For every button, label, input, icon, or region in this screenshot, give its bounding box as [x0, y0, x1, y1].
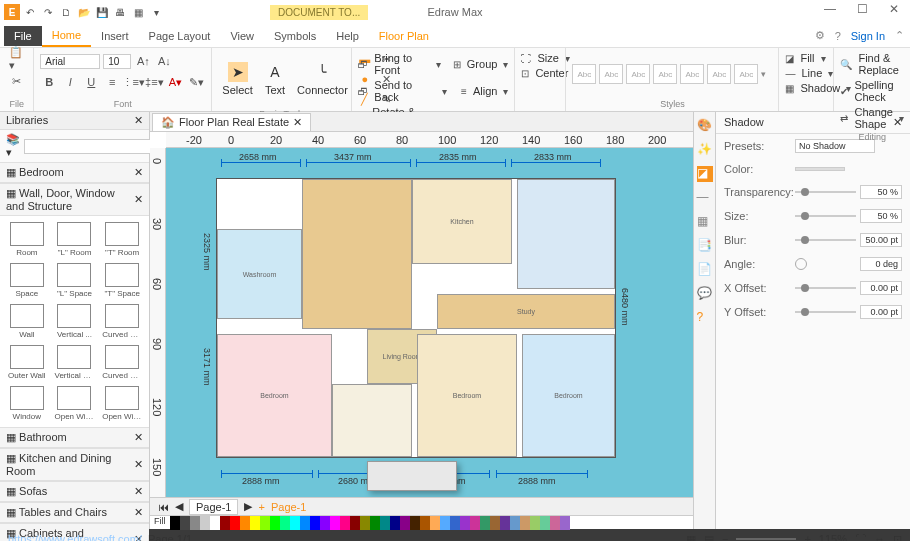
status-url[interactable]: https://www.edrawsoft.com/	[8, 533, 142, 541]
page-nav-first-icon[interactable]: ⏮	[158, 501, 169, 513]
canvas[interactable]: 2658 mm 3437 mm 2835 mm 2833 mm 2888 mm …	[166, 148, 693, 497]
blur-value[interactable]: 50.00 pt	[860, 233, 902, 247]
open-icon[interactable]: 📂	[76, 4, 92, 20]
color-swatch[interactable]	[470, 516, 480, 530]
styles-more-icon[interactable]: ▾	[761, 69, 766, 79]
preview-icon[interactable]: ▦	[130, 4, 146, 20]
color-swatch[interactable]	[230, 516, 240, 530]
color-swatch[interactable]	[290, 516, 300, 530]
new-icon[interactable]: 🗋	[58, 4, 74, 20]
room-bedroom-2[interactable]: Bedroom	[417, 334, 517, 457]
page-tab[interactable]: Page-1	[189, 499, 238, 515]
close-icon[interactable]: ✕	[134, 166, 143, 179]
shape-item[interactable]: "T" Space	[99, 261, 145, 300]
shrink-font-icon[interactable]: A↓	[155, 52, 173, 70]
library-menu-icon[interactable]: 📚▾	[6, 133, 20, 159]
room-bedroom-3[interactable]: Bedroom	[522, 334, 615, 457]
color-swatch[interactable]	[490, 516, 500, 530]
save-icon[interactable]: 💾	[94, 4, 110, 20]
line-panel-icon[interactable]: —	[697, 190, 713, 206]
comments-icon[interactable]: 💬	[697, 286, 713, 302]
line-button[interactable]: — Line ▾	[785, 66, 827, 80]
style-preset[interactable]: Abc	[572, 64, 596, 84]
highlight-icon[interactable]: ✎▾	[187, 73, 205, 91]
shape-item[interactable]: "T" Room	[99, 220, 145, 259]
shape-item[interactable]: Open Win...	[52, 384, 98, 423]
color-swatch[interactable]	[320, 516, 330, 530]
tab-insert[interactable]: Insert	[91, 26, 139, 46]
italic-button[interactable]: I	[61, 73, 79, 91]
shape-item[interactable]: Vertical ...	[52, 302, 98, 341]
library-search-input[interactable]	[24, 139, 159, 154]
room-office[interactable]	[517, 179, 615, 289]
page-nav-prev-icon[interactable]: ◀	[175, 500, 183, 513]
color-swatch[interactable]	[430, 516, 440, 530]
tab-view[interactable]: View	[220, 26, 264, 46]
align-left-icon[interactable]: ≡	[103, 73, 121, 91]
color-swatch[interactable]	[370, 516, 380, 530]
color-picker[interactable]	[795, 167, 845, 171]
color-swatch[interactable]	[330, 516, 340, 530]
collapse-ribbon-icon[interactable]: ⌃	[895, 29, 904, 42]
room-washroom[interactable]: Washroom	[217, 229, 302, 319]
select-tool[interactable]: ➤Select	[218, 60, 257, 98]
style-preset[interactable]: Abc	[680, 64, 704, 84]
fit-width-icon[interactable]: ↔	[874, 533, 885, 541]
color-swatch[interactable]	[280, 516, 290, 530]
fit-page-icon[interactable]: ⛶	[855, 533, 866, 541]
style-preset[interactable]: Abc	[626, 64, 650, 84]
color-swatch[interactable]	[360, 516, 370, 530]
xoffset-value[interactable]: 0.00 pt	[860, 281, 902, 295]
center-button[interactable]: ⊡ Center	[521, 66, 559, 80]
shape-item[interactable]: Vertical O...	[52, 343, 98, 382]
color-swatch[interactable]	[300, 516, 310, 530]
color-swatch[interactable]	[460, 516, 470, 530]
size-slider[interactable]	[795, 215, 856, 217]
tab-symbols[interactable]: Symbols	[264, 26, 326, 46]
library-category-wall[interactable]: ▦ Wall, Door, Window and Structure✕	[0, 183, 149, 216]
color-swatch[interactable]	[250, 516, 260, 530]
shape-item[interactable]: Outer Wall	[4, 343, 50, 382]
qat-dropdown-icon[interactable]: ▾	[148, 4, 164, 20]
shape-item[interactable]: Wall	[4, 302, 50, 341]
color-swatch[interactable]	[240, 516, 250, 530]
tab-home[interactable]: Home	[42, 25, 91, 47]
effects-icon[interactable]: ✨	[697, 142, 713, 158]
angle-dial[interactable]	[795, 258, 807, 270]
color-swatch[interactable]	[510, 516, 520, 530]
bring-to-front-button[interactable]: 🗗 Bring to Front ▾	[358, 51, 440, 77]
minimize-button[interactable]: —	[818, 2, 842, 16]
color-swatch[interactable]	[540, 516, 550, 530]
shape-item[interactable]: Curved O...	[99, 343, 145, 382]
font-family-select[interactable]	[40, 54, 100, 69]
document-tab[interactable]: 🏠 Floor Plan Real Estate ✕	[152, 113, 311, 131]
find-replace-button[interactable]: 🔍 Find & Replace	[840, 51, 904, 77]
room-bedroom-1[interactable]: Bedroom	[217, 334, 332, 457]
layers-icon[interactable]: 📑	[697, 238, 713, 254]
properties-icon[interactable]: 📄	[697, 262, 713, 278]
shape-item[interactable]: Room	[4, 220, 50, 259]
shape-item[interactable]: "L" Room	[52, 220, 98, 259]
color-swatch[interactable]	[220, 516, 230, 530]
zoom-in-icon[interactable]: +	[804, 533, 810, 541]
maximize-button[interactable]: ☐	[850, 2, 874, 16]
paste-icon[interactable]: 📋▾	[8, 50, 26, 68]
grow-font-icon[interactable]: A↑	[134, 52, 152, 70]
close-icon[interactable]: ✕	[134, 431, 143, 444]
print-icon[interactable]: 🖶	[112, 4, 128, 20]
color-swatch[interactable]	[410, 516, 420, 530]
add-page-icon[interactable]: +	[258, 501, 264, 513]
color-swatch[interactable]	[380, 516, 390, 530]
redo-icon[interactable]: ↷	[40, 4, 56, 20]
text-tool[interactable]: AText	[261, 60, 289, 98]
group-button[interactable]: ⊞ Group ▾	[453, 51, 509, 77]
blur-slider[interactable]	[795, 239, 856, 241]
shadow-panel-icon[interactable]: ▦	[697, 214, 713, 230]
room-balcony[interactable]: Shadow	[367, 461, 457, 491]
color-swatch[interactable]	[270, 516, 280, 530]
color-swatch[interactable]	[450, 516, 460, 530]
room-kitchen[interactable]: Kitchen	[412, 179, 512, 264]
color-swatch[interactable]	[260, 516, 270, 530]
page-tab-dup[interactable]: Page-1	[271, 501, 306, 513]
view-mode-icon[interactable]: ▦	[686, 533, 696, 542]
